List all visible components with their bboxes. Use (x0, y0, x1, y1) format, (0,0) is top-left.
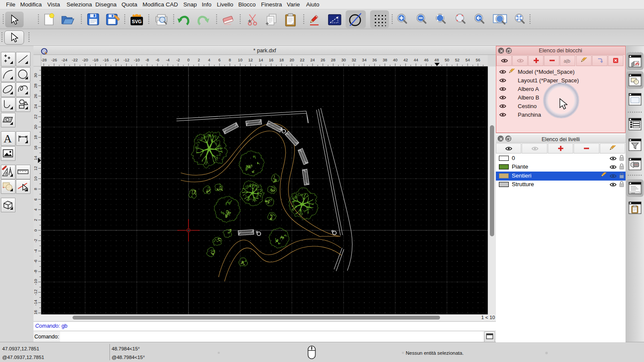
svg-text:22: 22 (300, 57, 305, 62)
svg-text:10: 10 (238, 57, 243, 62)
svg-text:16: 16 (33, 145, 38, 150)
svg-text:-6: -6 (33, 259, 38, 263)
svg-text:52: 52 (455, 57, 460, 62)
svg-text:-2: -2 (176, 57, 180, 62)
svg-text:-26: -26 (51, 57, 57, 62)
svg-text:46: 46 (424, 57, 429, 62)
svg-text:-8: -8 (33, 270, 38, 273)
svg-text:28: 28 (331, 57, 336, 62)
svg-text:0: 0 (33, 229, 38, 231)
svg-text:-12: -12 (33, 290, 38, 296)
svg-text:34: 34 (362, 57, 367, 62)
svg-text:54: 54 (465, 57, 470, 62)
svg-text:12: 12 (248, 57, 253, 62)
svg-text:30: 30 (33, 73, 38, 78)
svg-text:-24: -24 (61, 57, 67, 62)
svg-text:40: 40 (393, 57, 398, 62)
svg-text:-18: -18 (92, 57, 98, 62)
svg-text:4: 4 (208, 57, 210, 62)
svg-text:-16: -16 (33, 310, 38, 314)
svg-text:-4: -4 (166, 57, 170, 62)
svg-text:48: 48 (434, 57, 439, 62)
svg-text:30: 30 (341, 57, 346, 62)
svg-text:10: 10 (33, 176, 38, 181)
svg-text:20: 20 (33, 125, 38, 130)
svg-text:32: 32 (352, 57, 356, 62)
svg-text:24: 24 (310, 57, 315, 62)
svg-text:SVG: SVG (132, 19, 142, 24)
svg-text:-16: -16 (103, 57, 109, 62)
svg-text:-8: -8 (145, 57, 149, 62)
svg-text:14: 14 (258, 57, 263, 62)
svg-text:50: 50 (445, 57, 450, 62)
svg-text:26: 26 (321, 57, 325, 62)
svg-text:42: 42 (403, 57, 408, 62)
svg-text:-22: -22 (72, 57, 78, 62)
svg-text:-6: -6 (156, 57, 159, 62)
svg-text:-12: -12 (124, 57, 130, 62)
svg-text:18: 18 (279, 57, 284, 62)
svg-text:4: 4 (33, 208, 38, 211)
svg-text:36: 36 (372, 57, 377, 62)
svg-text:44: 44 (414, 57, 419, 62)
svg-text:24: 24 (33, 104, 38, 109)
svg-text:14: 14 (33, 156, 38, 160)
svg-text:-2: -2 (33, 239, 38, 242)
svg-text:0: 0 (187, 57, 189, 62)
svg-text:-28: -28 (41, 57, 47, 62)
svg-text:18: 18 (33, 135, 38, 140)
svg-text:38: 38 (383, 57, 387, 62)
svg-text:56: 56 (476, 57, 480, 62)
svg-text:28: 28 (33, 84, 38, 88)
svg-text:8: 8 (33, 188, 38, 190)
svg-text:A: A (4, 133, 12, 145)
svg-text:6: 6 (33, 198, 38, 200)
svg-text:12: 12 (33, 166, 38, 171)
svg-text:-14: -14 (113, 57, 119, 62)
svg-text:2: 2 (197, 57, 200, 62)
svg-text:16: 16 (269, 57, 273, 62)
svg-text:26: 26 (33, 94, 38, 99)
svg-text:-20: -20 (82, 57, 88, 62)
svg-text:-4: -4 (33, 249, 38, 253)
svg-text:2: 2 (33, 219, 38, 221)
svg-text:-10: -10 (33, 279, 38, 285)
svg-text:-10: -10 (134, 57, 140, 62)
svg-text:20: 20 (290, 57, 295, 62)
svg-text:6: 6 (219, 57, 221, 62)
svg-text:-14: -14 (33, 300, 38, 306)
svg-text:8: 8 (229, 57, 231, 62)
svg-text:22: 22 (33, 115, 38, 119)
